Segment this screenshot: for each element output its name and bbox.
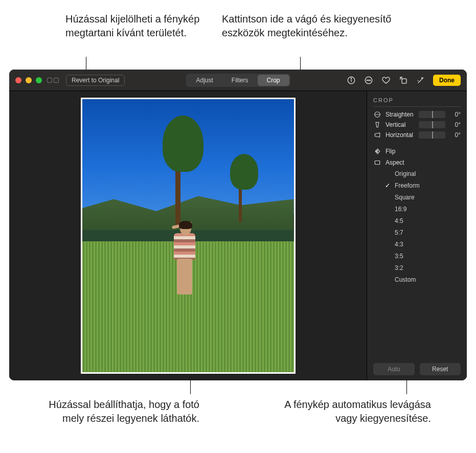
horizontal-slider[interactable]: [419, 131, 445, 139]
auto-crop-button[interactable]: Auto: [373, 363, 415, 375]
straighten-icon: [373, 111, 381, 118]
editor-content: CROP Straighten 0° Vertical 0°: [9, 91, 467, 380]
svg-point-5: [368, 80, 369, 81]
straighten-value: 0°: [449, 111, 461, 118]
window-controls: [15, 77, 42, 83]
revert-to-original-button[interactable]: Revert to Original: [66, 75, 125, 86]
svg-point-2: [351, 78, 352, 79]
tab-crop[interactable]: Crop: [258, 75, 289, 86]
view-toggle[interactable]: [47, 78, 59, 83]
aspect-3-2-label: 3:2: [395, 264, 403, 271]
aspect-4-3-label: 4:3: [395, 241, 403, 248]
straighten-label: Straighten: [386, 111, 415, 118]
tab-filters[interactable]: Filters: [222, 75, 258, 86]
rotate-icon[interactable]: [398, 75, 409, 85]
aspect-header[interactable]: Aspect: [373, 157, 461, 168]
window-titlebar: Revert to Original Adjust Filters Crop D…: [9, 70, 467, 91]
aspect-square[interactable]: Square: [384, 193, 461, 202]
aspect-label: Aspect: [386, 159, 404, 166]
aspect-original[interactable]: Original: [384, 169, 461, 178]
crop-frame[interactable]: [81, 98, 296, 374]
aspect-icon: [373, 159, 381, 166]
vertical-value: 0°: [449, 121, 461, 128]
vertical-label: Vertical: [386, 121, 415, 128]
aspect-5-7[interactable]: 5:7: [384, 228, 461, 237]
aspect-custom[interactable]: Custom: [384, 275, 461, 284]
reset-button[interactable]: Reset: [420, 363, 461, 375]
aspect-4-5-label: 4:5: [395, 217, 403, 224]
callout-auto-crop: A fénykép automatikus levágása vagy kieg…: [283, 398, 431, 425]
aspect-4-3[interactable]: 4:3: [384, 240, 461, 249]
flip-button[interactable]: Flip: [373, 146, 461, 157]
callout-drag-visible: Húzással beállíthatja, hogy a fotó mely …: [41, 398, 199, 425]
aspect-16-9-label: 16:9: [395, 206, 406, 213]
svg-rect-10: [375, 161, 379, 165]
panel-footer: Auto Reset: [373, 358, 461, 375]
done-button[interactable]: Done: [433, 75, 461, 86]
canvas-area: [9, 91, 367, 380]
vertical-slider[interactable]: [419, 121, 445, 128]
horizontal-row: Horizontal 0°: [373, 131, 461, 139]
aspect-16-9[interactable]: 16:9: [384, 205, 461, 214]
horizontal-value: 0°: [449, 131, 461, 139]
aspect-freeform-label: Freeform: [395, 182, 420, 189]
aspect-custom-label: Custom: [395, 276, 416, 283]
maximize-window-button[interactable]: [36, 77, 42, 83]
photo-preview[interactable]: [82, 99, 294, 372]
aspect-4-5[interactable]: 4:5: [384, 216, 461, 225]
callout-drag-select: Húzással kijelölheti a fénykép megtartan…: [65, 12, 209, 40]
aspect-3-2[interactable]: 3:2: [384, 263, 461, 273]
straighten-row: Straighten 0°: [373, 111, 461, 118]
crop-handle-bottom-right[interactable]: [286, 365, 296, 374]
magic-wand-icon[interactable]: [416, 75, 426, 85]
vertical-perspective-icon: [373, 121, 381, 128]
svg-point-6: [370, 80, 371, 81]
crop-handle-bottom-left[interactable]: [81, 365, 90, 374]
aspect-freeform[interactable]: ✓Freeform: [384, 181, 461, 190]
close-window-button[interactable]: [15, 77, 21, 83]
favorite-icon[interactable]: [381, 75, 391, 85]
aspect-original-label: Original: [395, 170, 416, 177]
minimize-window-button[interactable]: [26, 77, 32, 83]
tab-adjust[interactable]: Adjust: [187, 75, 222, 86]
more-icon[interactable]: [364, 75, 374, 85]
info-icon[interactable]: [346, 75, 356, 85]
panel-title: CROP: [373, 97, 461, 107]
crop-panel: CROP Straighten 0° Vertical 0°: [367, 91, 467, 380]
straighten-slider[interactable]: [419, 111, 445, 118]
photos-edit-window: Revert to Original Adjust Filters Crop D…: [9, 70, 467, 380]
horizontal-perspective-icon: [373, 131, 381, 139]
crop-handle-top-right[interactable]: [286, 98, 296, 107]
aspect-square-label: Square: [395, 194, 415, 201]
svg-point-4: [367, 80, 368, 81]
aspect-list: Original ✓Freeform Square 16:9 4:5 5:7 4…: [384, 169, 461, 284]
horizontal-label: Horizontal: [386, 131, 415, 139]
flip-label: Flip: [386, 148, 395, 155]
aspect-3-5-label: 3:5: [395, 253, 403, 260]
crop-handle-top-left[interactable]: [81, 98, 90, 107]
aspect-5-7-label: 5:7: [395, 229, 403, 236]
vertical-row: Vertical 0°: [373, 121, 461, 128]
flip-icon: [373, 148, 381, 155]
edit-mode-tabs: Adjust Filters Crop: [186, 74, 290, 87]
callout-crop-tools: Kattintson ide a vágó és kiegyenesítő es…: [222, 12, 396, 40]
toolbar-right: Done: [346, 75, 461, 86]
aspect-3-5[interactable]: 3:5: [384, 252, 461, 261]
